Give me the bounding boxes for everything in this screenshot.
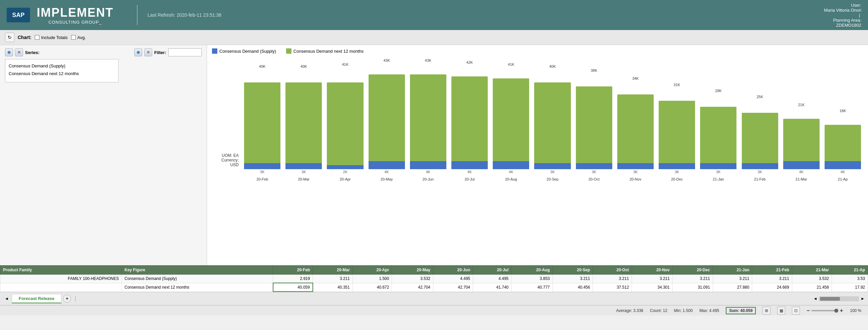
th-21-feb: 21-Feb <box>752 266 792 275</box>
series-box: Consensus Demand (Supply) Consensus Dema… <box>5 59 119 82</box>
td-val-1-9[interactable]: 34.301 <box>632 283 672 292</box>
td-val-0-4[interactable]: 4.495 <box>433 275 473 283</box>
green-bar-20-Feb <box>244 82 280 163</box>
td-val-0-13[interactable]: 3.532 <box>792 275 832 283</box>
td-val-0-14[interactable]: 3.53 <box>832 275 868 283</box>
th-20-sep: 20-Sep <box>553 266 593 275</box>
avg-label: Avg. <box>78 35 86 40</box>
bar-blue-label-20-Feb: 3K <box>260 170 265 174</box>
td-val-1-13[interactable]: 21.458 <box>792 283 832 292</box>
th-20-mar: 20-Mar <box>313 266 352 275</box>
td-val-1-12[interactable]: 24.669 <box>752 283 792 292</box>
bar-green-label-20-Feb: 40K <box>259 64 266 68</box>
td-val-0-7[interactable]: 3.211 <box>553 275 593 283</box>
bar-group-20-Sep: 40K3K <box>532 64 572 174</box>
bar-green-label-20-Aug: 41K <box>508 62 515 66</box>
blue-bar-20-Oct <box>576 163 612 169</box>
filter-input[interactable] <box>168 48 202 56</box>
series-item-2[interactable]: Consensus Demand next 12 months <box>9 70 115 77</box>
sap-logo: SAP <box>7 8 30 22</box>
td-val-1-11[interactable]: 27.880 <box>713 283 752 292</box>
td-val-1-7[interactable]: 40.456 <box>553 283 593 292</box>
bar-green-label-20-Apr: 41K <box>342 62 348 66</box>
bar-group-20-Oct: 38K3K <box>574 64 614 174</box>
bar-inner-20-Feb: 3K <box>242 82 282 174</box>
td-val-1-0[interactable]: 40.059 <box>273 283 313 292</box>
td-product-1 <box>0 283 122 292</box>
td-val-0-3[interactable]: 3.532 <box>392 275 433 283</box>
td-val-1-8[interactable]: 37.512 <box>593 283 632 292</box>
table-view-icon[interactable]: ▦ <box>777 307 785 315</box>
green-bar-20-Jul <box>452 76 488 161</box>
td-val-1-3[interactable]: 42.704 <box>392 283 433 292</box>
tab-add-button[interactable]: + <box>63 295 71 303</box>
avg-checkbox[interactable]: Avg. <box>71 35 86 40</box>
td-val-1-5[interactable]: 41.740 <box>473 283 512 292</box>
td-val-0-8[interactable]: 3.211 <box>593 275 632 283</box>
td-val-0-12[interactable]: 3.211 <box>752 275 792 283</box>
td-val-1-6[interactable]: 40.777 <box>512 283 553 292</box>
avg-box <box>71 35 76 40</box>
td-val-0-2[interactable]: 1.500 <box>352 275 392 283</box>
blue-bar-21-Feb <box>742 163 778 169</box>
td-val-1-14[interactable]: 17.92 <box>832 283 868 292</box>
split-view-icon[interactable]: ⊡ <box>792 307 800 315</box>
td-val-0-0[interactable]: 2.919 <box>273 275 313 283</box>
td-keyfigure-0: Consensus Demand (Supply) <box>122 275 273 283</box>
refresh-button[interactable]: ↻ <box>5 33 14 42</box>
series-toolbar: ⊕ ✕ Series: ⊕ ✕ Filter: <box>5 48 202 56</box>
bar-green-label-20-Mar: 40K <box>301 64 307 68</box>
td-val-0-10[interactable]: 3.211 <box>672 275 713 283</box>
green-bar-21-Mar <box>783 119 819 161</box>
planning-area: ZDEMO1802 <box>824 23 861 28</box>
scroll-right-icon[interactable]: ► <box>861 296 865 301</box>
chart-legend: Consensus Demand (Supply) Consensus Dema… <box>212 48 863 54</box>
chart-container: UOM: EA Currency: USD 40K3K40K3K41K2K43K… <box>212 57 863 184</box>
header-info: Last Refresh: 2020-feb-11 23:51:36 <box>148 12 824 18</box>
zoom-slider[interactable] <box>812 310 838 311</box>
bar-group-20-Feb: 40K3K <box>242 64 282 174</box>
include-totals-checkbox[interactable]: Include Totals <box>35 35 67 40</box>
td-val-0-11[interactable]: 3.211 <box>713 275 752 283</box>
bar-inner-20-Jun: 4K <box>408 74 448 174</box>
td-val-0-5[interactable]: 4.495 <box>473 275 512 283</box>
series-item-1[interactable]: Consensus Demand (Supply) <box>9 62 115 70</box>
bar-group-20-Mar: 40K3K <box>283 64 324 174</box>
zoom-plus[interactable]: + <box>840 308 843 314</box>
series-remove-btn[interactable]: ✕ <box>15 48 23 56</box>
bar-inner-20-Oct: 3K <box>574 87 614 174</box>
bar-group-20-Apr: 41K2K <box>325 64 365 174</box>
average-stat: Average: 3.338 <box>616 308 643 313</box>
tab-arrow-left[interactable]: ◄ <box>3 295 10 302</box>
status-bar: Average: 3.338 Count: 12 Min: 1.500 Max:… <box>0 305 868 315</box>
company-name: IMPLEMENT <box>37 6 114 20</box>
green-bar-20-Oct <box>576 87 612 163</box>
filter-add-btn[interactable]: ⊕ <box>134 48 142 56</box>
series-add-btn[interactable]: ⊕ <box>5 48 13 56</box>
scroll-thumb[interactable] <box>820 297 840 301</box>
scroll-left-icon[interactable]: ◄ <box>813 296 817 301</box>
grid-view-icon[interactable]: ⊞ <box>763 307 771 315</box>
td-val-0-9[interactable]: 3.211 <box>632 275 672 283</box>
zoom-minus[interactable]: − <box>807 308 810 314</box>
app-header: SAP IMPLEMENT CONSULTING GROUP_ Last Ref… <box>0 0 868 30</box>
bar-group-20-Jul: 42K4K <box>450 64 490 174</box>
td-val-0-6[interactable]: 3.853 <box>512 275 553 283</box>
month-label-20-Mar: 20-Mar <box>283 177 324 181</box>
green-bar-20-May <box>369 74 405 161</box>
green-bar-20-Nov <box>617 94 654 163</box>
bar-group-20-May: 43K4K <box>367 64 407 174</box>
td-val-1-2[interactable]: 40.672 <box>352 283 392 292</box>
td-val-1-10[interactable]: 31.091 <box>672 283 713 292</box>
filter-remove-btn[interactable]: ✕ <box>144 48 152 56</box>
th-20-jun: 20-Jun <box>433 266 473 275</box>
bar-inner-20-Jul: 4K <box>450 76 490 174</box>
tab-forecast-release[interactable]: Forecast Release <box>12 294 61 303</box>
header-divider <box>137 5 137 25</box>
bar-inner-20-Apr: 2K <box>325 82 365 174</box>
td-val-0-1[interactable]: 3.211 <box>313 275 352 283</box>
td-val-1-1[interactable]: 40.351 <box>313 283 352 292</box>
tab-dots[interactable]: ⋮ <box>73 296 78 302</box>
td-val-1-4[interactable]: 42.704 <box>433 283 473 292</box>
bar-inner-21-Jan: 3K <box>698 107 739 174</box>
